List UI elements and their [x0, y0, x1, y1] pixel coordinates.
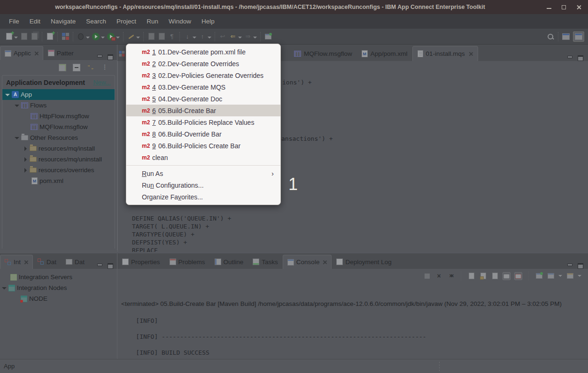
- run-dropdown-icon[interactable]: [101, 36, 105, 39]
- tree-item-node[interactable]: NODE: [0, 293, 117, 304]
- tree-item-flows[interactable]: Flows: [2, 100, 115, 111]
- new-link[interactable]: New...: [93, 79, 111, 86]
- window-minimize-icon[interactable]: [547, 5, 551, 9]
- menu-item-dev-generate-mqs[interactable]: m2 4 03.Dev-Generate MQS: [126, 81, 280, 93]
- left-panel-minimize-icon[interactable]: [96, 53, 103, 60]
- tree-item-mqflow[interactable]: MQFlow.msgflow: [2, 122, 115, 132]
- new-wizard-icon[interactable]: [46, 32, 54, 41]
- menu-run[interactable]: Run: [141, 15, 163, 27]
- external-tools-dropdown-icon[interactable]: [136, 36, 140, 39]
- menu-item-dev-policies-generate-overrides[interactable]: m2 3 02.Dev-Policies Generate Overrides: [126, 69, 280, 81]
- remove-launch-icon[interactable]: ×: [435, 272, 443, 280]
- tab-01-install-mqs-close-icon[interactable]: [469, 52, 473, 56]
- tree-item-integration-servers[interactable]: Integration Servers: [0, 272, 117, 282]
- integration-panel-maximize-icon[interactable]: [107, 262, 113, 269]
- integration-panel-minimize-icon[interactable]: [96, 262, 103, 269]
- menu-item-build-policies-create-bar[interactable]: m2 9 06.Build-Policies Create Bar: [126, 140, 280, 152]
- new-icon[interactable]: [5, 32, 13, 41]
- deploy-icon[interactable]: [59, 64, 66, 71]
- open-console-icon[interactable]: [566, 272, 574, 280]
- back-dropdown-icon[interactable]: [238, 36, 242, 39]
- menu-window[interactable]: Window: [163, 15, 196, 27]
- tab-properties[interactable]: Properties: [117, 255, 165, 269]
- menu-item-build-create-bar[interactable]: m2 6 05.Build-Create Bar: [126, 105, 280, 116]
- resources-overrides-expander-icon[interactable]: [23, 168, 28, 173]
- tab-integration-explorer-close-icon[interactable]: [24, 260, 28, 264]
- editor-minimize-icon[interactable]: [566, 54, 573, 61]
- tab-data-source-explorer[interactable]: Dat: [33, 255, 61, 269]
- tab-console-close-icon[interactable]: [323, 260, 327, 264]
- menu-help[interactable]: Help: [196, 15, 220, 27]
- tree-item-resources-mq-install[interactable]: resources/mq/install: [2, 143, 115, 154]
- menu-item-dev-generate-doc[interactable]: m2 5 04.Dev-Generate Doc: [126, 93, 280, 105]
- tab-application-development[interactable]: Applic: [0, 46, 43, 60]
- open-console-dropdown-icon[interactable]: [578, 274, 581, 278]
- menu-search[interactable]: Search: [81, 15, 111, 27]
- link-with-editor-icon[interactable]: [87, 64, 94, 71]
- integration-nodes-expander-icon[interactable]: [2, 286, 7, 290]
- word-wrap-icon[interactable]: [491, 272, 499, 280]
- tab-application-development-close-icon[interactable]: [34, 51, 39, 55]
- menu-item-dev-generate-overrides[interactable]: m2 2 02.Dev-Generate Overrides: [126, 58, 280, 69]
- run-icon[interactable]: [92, 32, 100, 41]
- menu-item-build-policies-replace-values[interactable]: m2 7 05.Build-Policies Replace Values: [126, 116, 280, 128]
- next-annotation-dropdown-icon[interactable]: [193, 36, 196, 39]
- display-selected-console-icon[interactable]: [547, 272, 555, 280]
- menu-item-dev-generate-pom[interactable]: m2 1 01.Dev-Generate pom.xml file: [126, 46, 280, 58]
- tree-item-integration-nodes[interactable]: Integration Nodes: [0, 282, 117, 293]
- debug-icon[interactable]: [77, 32, 85, 41]
- tree-item-resources-mq-uninstall[interactable]: resources/mq/uninstall: [2, 154, 115, 165]
- menu-item-clean[interactable]: m2 clean: [126, 152, 280, 163]
- tab-outline[interactable]: Outline: [210, 255, 248, 269]
- tab-data-project-explorer[interactable]: Dat: [61, 255, 89, 269]
- view-menu-icon[interactable]: ⋮: [101, 64, 108, 71]
- menu-project[interactable]: Project: [111, 15, 141, 27]
- menu-item-build-override-bar[interactable]: m2 8 06.Build-Override Bar: [126, 128, 280, 140]
- external-tools-icon[interactable]: [127, 32, 135, 41]
- tree-item-pom-xml[interactable]: M pom.xml: [2, 175, 115, 186]
- previous-annotation-icon[interactable]: ↑: [198, 32, 207, 41]
- menu-navigate[interactable]: Navigate: [46, 15, 81, 27]
- window-close-icon[interactable]: [576, 5, 581, 10]
- left-panel-maximize-icon[interactable]: [107, 53, 113, 60]
- console-panel-minimize-icon[interactable]: [566, 262, 573, 269]
- tab-console[interactable]: Console: [283, 255, 332, 269]
- console-output[interactable]: <terminated> 05.Build-Create Bar [Maven …: [117, 283, 588, 358]
- clear-console-icon[interactable]: [467, 272, 475, 280]
- tab-app-pom-xml[interactable]: M App/pom.xml: [357, 46, 412, 61]
- resources-mq-install-expander-icon[interactable]: [23, 146, 28, 151]
- current-perspective-icon[interactable]: [573, 31, 584, 42]
- display-console-dropdown-icon[interactable]: [558, 274, 562, 278]
- menu-edit[interactable]: Edit: [24, 15, 46, 27]
- tab-tasks[interactable]: Tasks: [248, 255, 283, 269]
- menu-item-run-as[interactable]: Run As ›: [126, 167, 280, 179]
- editor-maximize-icon[interactable]: [577, 54, 583, 61]
- tab-deployment-log[interactable]: Deployment Log: [332, 255, 396, 269]
- tree-item-app[interactable]: A App: [2, 89, 115, 100]
- hidden-editor-tab-stub[interactable]: [117, 46, 126, 61]
- tree-item-httpflow[interactable]: HttpFlow.msgflow: [2, 111, 115, 122]
- debug-dropdown-icon[interactable]: [86, 36, 90, 39]
- run-history-icon[interactable]: [107, 32, 115, 41]
- tab-patterns-explorer[interactable]: Patter: [43, 46, 78, 60]
- menu-item-run-configurations[interactable]: Run Configurations...: [126, 179, 280, 191]
- flows-expander-icon[interactable]: [15, 103, 19, 108]
- collapse-all-icon[interactable]: [73, 64, 80, 71]
- tab-mqflow-msgflow[interactable]: MQFlow.msgflow: [289, 46, 357, 61]
- run-history-dropdown-icon[interactable]: [116, 36, 120, 39]
- tab-01-install-mqs[interactable]: 01-install.mqs: [412, 46, 478, 61]
- open-perspective-icon[interactable]: [562, 32, 570, 41]
- window-maximize-icon[interactable]: [562, 5, 566, 9]
- resources-mq-uninstall-expander-icon[interactable]: [23, 157, 28, 162]
- show-stdout-toggle-icon[interactable]: [503, 272, 511, 280]
- tree-item-other-resources[interactable]: Other Resources: [2, 132, 115, 143]
- show-stderr-toggle-icon[interactable]: [514, 272, 522, 280]
- next-annotation-icon[interactable]: ↓: [183, 32, 192, 41]
- new-dropdown-icon[interactable]: [14, 36, 18, 39]
- scroll-lock-icon[interactable]: [479, 272, 487, 280]
- menu-item-organize-favorites[interactable]: Organize Favorites...: [126, 191, 280, 203]
- remove-all-terminated-icon[interactable]: ××: [447, 272, 455, 280]
- pin-console-icon[interactable]: [535, 272, 543, 280]
- tab-integration-explorer[interactable]: Int: [0, 255, 33, 269]
- previous-annotation-dropdown-icon[interactable]: [208, 36, 211, 39]
